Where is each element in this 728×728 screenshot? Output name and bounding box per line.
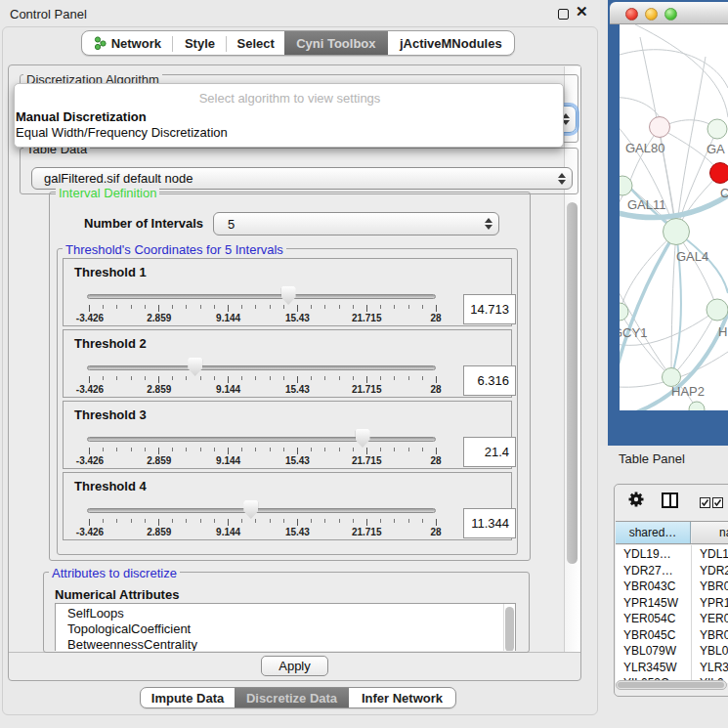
tab-discretize-data[interactable]: Discretize Data xyxy=(235,688,349,707)
gear-icon[interactable] xyxy=(627,491,645,512)
table-row[interactable]: YLR345WYLR3 xyxy=(616,659,728,675)
list-scrollbar-track[interactable] xyxy=(503,604,515,651)
threshold-value-field[interactable]: 11.344 xyxy=(463,508,516,538)
slider-track[interactable] xyxy=(87,294,436,299)
slider-tick xyxy=(394,519,395,523)
node-label-cut-red: C xyxy=(720,186,728,200)
tab-style[interactable]: Style xyxy=(173,31,228,55)
float-window-icon[interactable] xyxy=(558,9,569,20)
threshold-value-field[interactable]: 14.713 xyxy=(463,294,516,324)
column-header-shared-name[interactable]: shared… xyxy=(616,522,691,543)
slider-tick xyxy=(297,519,298,526)
node-label-gal80: GAL80 xyxy=(625,141,664,155)
slider-tick xyxy=(366,305,367,312)
vertical-scrollbar-thumb[interactable] xyxy=(567,202,578,564)
split-panes-icon[interactable] xyxy=(662,492,678,508)
cell-shared-name: YBR043C xyxy=(623,579,675,593)
slider-tick xyxy=(89,448,90,454)
slider-track[interactable] xyxy=(87,437,436,442)
slider-tick xyxy=(131,448,132,451)
zoom-traffic-light-icon[interactable] xyxy=(664,8,677,21)
table-row[interactable]: YDL19…YDL1 xyxy=(616,545,728,562)
slider-thumb[interactable] xyxy=(188,358,202,376)
table-row[interactable]: YPR145WYPR1 xyxy=(616,594,728,611)
apply-button[interactable]: Apply xyxy=(261,656,328,676)
slider-scale-label: 9.144 xyxy=(199,527,258,537)
slider-tick xyxy=(158,376,159,383)
slider-tick xyxy=(380,376,381,380)
attribute-item[interactable]: SelfLoops xyxy=(67,606,124,621)
slider-scale-label: -3.426 xyxy=(61,455,119,466)
slider-thumb[interactable] xyxy=(243,500,258,519)
slider-tick xyxy=(89,376,90,383)
slider-thumb[interactable] xyxy=(356,429,370,448)
slider-tick xyxy=(186,305,187,309)
cell-name: YER0 xyxy=(700,612,728,625)
close-traffic-light-icon[interactable] xyxy=(625,8,638,21)
dropdown-option-equal-width[interactable]: Equal Width/Frequency Discretization xyxy=(16,125,543,140)
numerical-attributes-list[interactable]: SelfLoopsTopologicalCoefficientBetweenne… xyxy=(55,603,516,651)
slider-tick xyxy=(283,519,284,523)
slider-tick xyxy=(103,519,104,523)
slider-tick xyxy=(172,448,173,451)
cell-name: YBR0 xyxy=(700,579,728,593)
tab-select[interactable]: Select xyxy=(227,31,284,55)
slider-tick xyxy=(353,305,354,309)
close-icon[interactable]: ✕ xyxy=(576,3,588,21)
network-canvas[interactable]: GAL80 GA C GAL11 GAL4 GCY1 H HAP2 xyxy=(620,24,728,410)
algorithm-dropdown-popup: Select algorithm to view settings Manual… xyxy=(14,83,564,148)
horizontal-scrollbar-track[interactable] xyxy=(616,680,727,690)
table-row[interactable]: YDR27…YDR2 xyxy=(616,562,728,578)
tab-infer-network[interactable]: Infer Network xyxy=(349,688,455,707)
tab-jactivemnodules[interactable]: jActiveMNodules xyxy=(388,31,514,55)
slider-tick xyxy=(131,519,132,523)
slider-track[interactable] xyxy=(87,365,436,370)
column-header-name[interactable]: na xyxy=(692,522,728,543)
attribute-item[interactable]: BetweennessCentrality xyxy=(67,637,197,651)
table-header: shared… na xyxy=(616,521,728,544)
attributes-group-title: Attributes to discretize xyxy=(49,566,180,580)
slider-scale-label: 2.859 xyxy=(130,527,189,537)
threshold-value-field[interactable]: 6.316 xyxy=(463,365,516,396)
slider-scale-label: 21.715 xyxy=(337,527,396,537)
slider-tick xyxy=(283,305,284,309)
slider-tick xyxy=(366,448,367,454)
slider-tick xyxy=(131,305,132,309)
slider-tick xyxy=(339,519,340,523)
cell-shared-name: YER054C xyxy=(623,612,675,625)
threshold-value-field[interactable]: 21.4 xyxy=(463,437,516,467)
slider-thumb[interactable] xyxy=(281,286,296,305)
slider-tick xyxy=(270,376,271,380)
network-graph xyxy=(620,24,728,410)
cell-shared-name: YLR345W xyxy=(623,661,677,674)
minimize-traffic-light-icon[interactable] xyxy=(645,8,658,21)
attribute-item[interactable]: TopologicalCoefficient xyxy=(67,621,191,636)
slider-track[interactable] xyxy=(87,508,436,513)
tab-infer-network-label: Infer Network xyxy=(362,691,443,706)
threshold-row-2: Threshold 2-3.4262.8599.14415.4321.71528… xyxy=(63,329,512,398)
table-row[interactable]: YBR043CYBR0 xyxy=(616,578,728,594)
cell-shared-name: YPR145W xyxy=(623,596,678,610)
dropdown-option-manual[interactable]: Manual Discretization xyxy=(16,109,543,124)
slider-scale-label: 21.715 xyxy=(337,313,396,323)
horizontal-scrollbar-thumb[interactable] xyxy=(618,682,724,688)
slider-tick xyxy=(394,305,395,309)
tab-cyni-toolbox[interactable]: Cyni Toolbox xyxy=(284,31,388,55)
cell-name: YDR2 xyxy=(700,564,728,578)
checkbox-icon[interactable] xyxy=(712,494,723,512)
slider-tick xyxy=(158,519,159,526)
number-of-intervals-select[interactable]: 5 xyxy=(213,212,499,236)
list-scrollbar-thumb[interactable] xyxy=(505,607,514,651)
table-row[interactable]: YER054CYER0 xyxy=(616,610,728,626)
tab-network[interactable]: Network xyxy=(82,31,173,55)
tab-network-label: Network xyxy=(111,36,161,51)
table-row[interactable]: YBL079WYBL0 xyxy=(616,642,728,659)
slider-tick xyxy=(436,376,437,383)
node-label-cut-top: GA xyxy=(707,142,725,156)
tab-style-label: Style xyxy=(185,36,215,51)
checkbox-icon[interactable] xyxy=(700,494,710,512)
table-row[interactable]: YBR045CYBR0 xyxy=(616,626,728,643)
tab-impute-data[interactable]: Impute Data xyxy=(141,688,235,707)
slider-scale-label: 15.43 xyxy=(268,313,326,323)
slider-tick xyxy=(297,376,298,383)
